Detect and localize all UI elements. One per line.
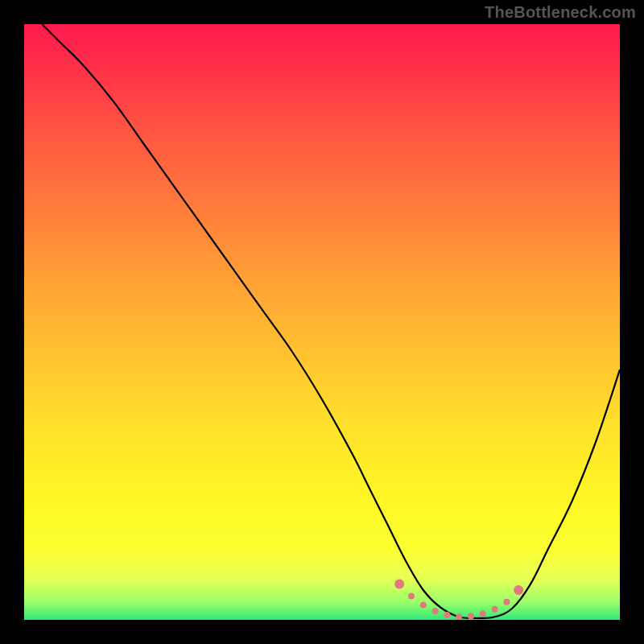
trough-marker	[408, 592, 415, 599]
trough-marker	[444, 612, 450, 618]
curve-svg	[24, 24, 620, 620]
watermark-text: TheBottleneck.com	[485, 3, 636, 22]
chart-frame: TheBottleneck.com	[0, 0, 644, 644]
trough-marker	[492, 606, 498, 613]
trough-marker	[394, 580, 404, 589]
trough-marker	[468, 613, 474, 620]
plot-area	[24, 24, 620, 620]
trough-marker	[514, 585, 523, 595]
trough-marker	[480, 611, 486, 617]
bottleneck-curve	[42, 24, 620, 618]
trough-marker	[456, 613, 462, 620]
trough-marker	[503, 599, 510, 605]
trough-marker	[432, 608, 439, 614]
trough-marker	[420, 602, 427, 609]
